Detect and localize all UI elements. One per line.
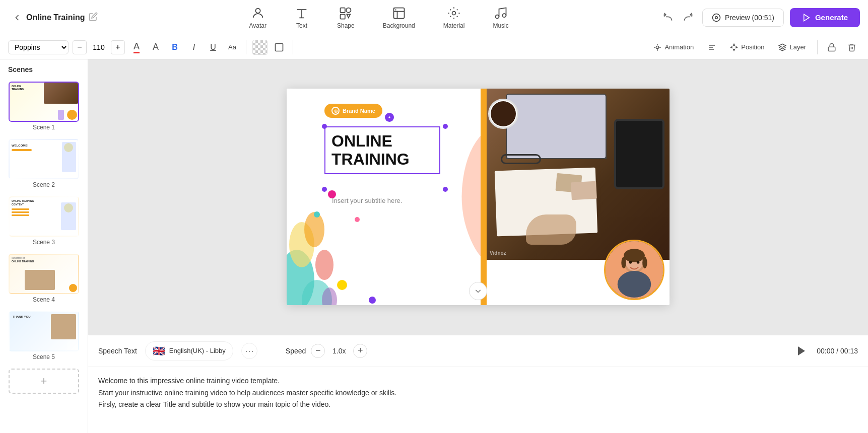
scene-item-4[interactable]: SUMMARY OF ONLINE TRAINING Scene 4 <box>0 250 88 307</box>
generate-button[interactable]: Generate <box>790 8 860 27</box>
svg-line-5 <box>393 8 397 11</box>
redo-button[interactable] <box>680 10 696 26</box>
lock-button[interactable] <box>824 39 840 55</box>
svg-rect-4 <box>393 8 404 18</box>
case-button[interactable]: Aa <box>225 40 240 55</box>
transparency-button[interactable] <box>252 40 268 55</box>
speech-text-area[interactable] <box>88 367 868 431</box>
toolbar-label-material: Material <box>443 22 465 29</box>
toolbar-center: Avatar Text Shape Backg <box>98 4 659 31</box>
svg-point-24 <box>355 217 360 222</box>
sidebar: Scenes ONLINETRAINING Scene 1 WELCOME! <box>0 59 88 433</box>
font-select[interactable]: Poppins <box>8 40 69 54</box>
preview-button[interactable]: Preview (00:51) <box>702 9 784 27</box>
toolbar-item-material[interactable]: Material <box>439 4 469 31</box>
decrease-speed-button[interactable]: − <box>311 344 325 358</box>
svg-marker-38 <box>798 346 805 355</box>
sub-toolbar: Poppins − 110 + A A B I U Aa Animation <box>0 35 868 59</box>
toolbar-label-background: Background <box>383 22 415 29</box>
toolbar-item-avatar[interactable]: Avatar <box>245 4 271 31</box>
increase-font-size-button[interactable]: + <box>111 40 125 54</box>
svg-point-7 <box>496 15 499 18</box>
toolbar-right: Preview (00:51) Generate <box>660 8 860 27</box>
svg-point-0 <box>255 8 260 13</box>
svg-point-35 <box>642 257 647 269</box>
svg-rect-16 <box>828 47 835 51</box>
toolbar-item-music[interactable]: Music <box>489 4 512 31</box>
scene-thumb-3: ONLINE TRAININGCONTENT <box>9 196 79 237</box>
scene-4-label: Scene 4 <box>33 296 55 303</box>
speech-row: Speech Text 🇬🇧 English(UK) - Libby ⋯ Spe… <box>88 335 868 367</box>
scene-item-1[interactable]: ONLINETRAINING Scene 1 <box>0 78 88 135</box>
play-button[interactable] <box>792 342 811 360</box>
language-text: English(UK) - Libby <box>169 347 226 354</box>
decrease-font-size-button[interactable]: − <box>73 40 87 54</box>
title-box[interactable]: ONLINE TRAINING <box>324 126 440 174</box>
position-button[interactable]: Position <box>725 41 769 53</box>
add-scene-icon: + <box>41 375 47 388</box>
svg-point-28 <box>388 117 390 118</box>
desk-photo: Vidnoz <box>486 89 670 260</box>
undo-button[interactable] <box>660 10 676 26</box>
project-title: Online Training <box>26 13 85 22</box>
svg-point-36 <box>629 261 632 264</box>
svg-rect-1 <box>341 8 345 12</box>
scene-item-5[interactable]: THANK YOU Scene 5 <box>0 307 88 365</box>
position-label: Position <box>741 43 764 51</box>
scene-3-label: Scene 3 <box>33 239 55 246</box>
svg-point-26 <box>337 280 347 290</box>
sub-toolbar-right: Animation Position Layer <box>648 39 860 55</box>
speed-value: 1.0x <box>329 347 349 355</box>
text-color-button[interactable]: A <box>129 40 144 55</box>
layer-button[interactable]: Layer <box>773 41 811 53</box>
animation-label: Animation <box>664 43 694 51</box>
toolbar-item-background[interactable]: Background <box>379 4 419 31</box>
play-section: 00:00 / 00:13 <box>792 342 858 360</box>
speed-section: Speed − 1.0x + <box>286 344 367 358</box>
back-button[interactable] <box>8 11 26 25</box>
divider-1 <box>246 40 246 54</box>
language-more-button[interactable]: ⋯ <box>241 343 257 359</box>
toolbar-item-shape[interactable]: Shape <box>333 4 359 31</box>
scene-item-3[interactable]: ONLINE TRAININGCONTENT Scene 3 <box>0 192 88 250</box>
edit-icon[interactable] <box>89 12 98 23</box>
toolbar-item-text[interactable]: Text <box>291 4 313 31</box>
scene-thumb-4: SUMMARY OF ONLINE TRAINING <box>9 254 79 294</box>
canvas-title: ONLINE TRAINING <box>331 132 433 168</box>
language-selector[interactable]: 🇬🇧 English(UK) - Libby <box>145 341 233 360</box>
text-fill-button[interactable]: A <box>148 40 163 55</box>
speech-label: Speech Text <box>98 347 137 355</box>
brand-badge: ◎ Brand Name <box>324 104 382 118</box>
underline-button[interactable]: U <box>206 40 221 55</box>
animation-button[interactable]: Animation <box>648 41 699 53</box>
scene-thumb-1: ONLINETRAINING <box>9 82 79 122</box>
svg-rect-3 <box>341 14 345 19</box>
toolbar-label-music: Music <box>493 22 508 29</box>
delete-button[interactable] <box>844 39 860 55</box>
italic-button[interactable]: I <box>186 40 202 55</box>
svg-point-12 <box>656 46 659 48</box>
undo-redo-group <box>660 10 696 26</box>
scene-item-2[interactable]: WELCOME! Scene 2 <box>0 135 88 192</box>
speed-control: − 1.0x + <box>311 344 367 358</box>
canvas-wrapper: ◎ Brand Name ONLINE TRAINING <box>88 59 868 335</box>
bold-button[interactable]: B <box>167 40 182 55</box>
add-scene-button[interactable]: + <box>9 369 79 394</box>
font-size-value: 110 <box>89 43 109 51</box>
top-toolbar: Online Training Avatar Text <box>0 0 868 35</box>
scene-2-label: Scene 2 <box>33 181 55 188</box>
divider-3 <box>817 40 818 54</box>
canvas: ◎ Brand Name ONLINE TRAINING <box>287 89 670 305</box>
canvas-collapse-button[interactable] <box>469 282 487 300</box>
align-button[interactable] <box>703 41 721 53</box>
scenes-header: Scenes <box>0 59 88 78</box>
svg-rect-11 <box>276 43 283 51</box>
time-display: 00:00 / 00:13 <box>817 347 858 355</box>
speed-label: Speed <box>286 347 306 355</box>
yellow-divider <box>481 89 487 305</box>
border-button[interactable] <box>272 40 287 55</box>
generate-label: Generate <box>815 13 848 22</box>
svg-point-6 <box>452 11 456 15</box>
increase-speed-button[interactable]: + <box>353 344 367 358</box>
font-size-control: − 110 + <box>73 40 125 54</box>
